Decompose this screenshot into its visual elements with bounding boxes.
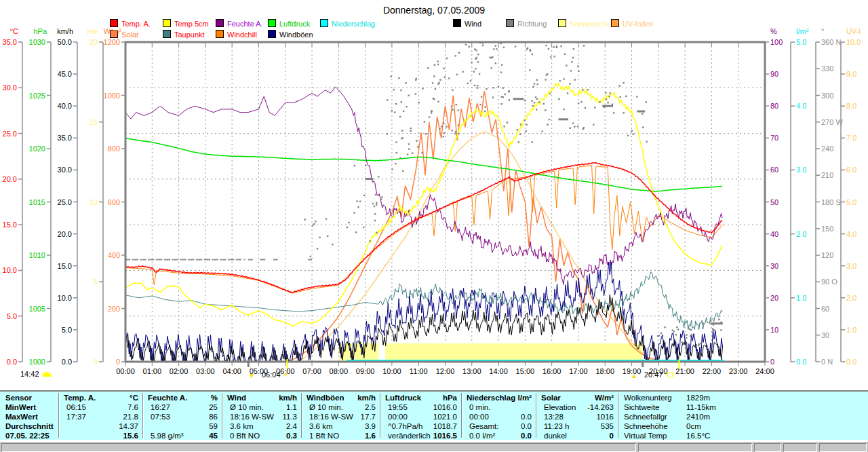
table-cell-label: 17:37 bbox=[66, 413, 86, 421]
statusbar-segment bbox=[783, 443, 817, 452]
table-cell-value: 59 bbox=[209, 422, 218, 431]
table-cell-value: 1.6 bbox=[365, 432, 376, 440]
svg-text:1015: 1015 bbox=[29, 198, 45, 206]
table-cell-label: 3.6 km bbox=[230, 422, 254, 431]
table-cell-label: dunkel bbox=[544, 432, 567, 440]
table-row-label: MaxWert bbox=[5, 413, 38, 421]
svg-text:17:00: 17:00 bbox=[569, 367, 588, 375]
svg-text:04:00: 04:00 bbox=[222, 367, 241, 375]
table-cell-label: veränderlich bbox=[388, 432, 431, 440]
sunset-time: 20:47 bbox=[644, 371, 673, 379]
svg-text:min: min bbox=[87, 27, 99, 35]
svg-text:10.0: 10.0 bbox=[58, 294, 72, 302]
status-bar bbox=[0, 441, 868, 452]
svg-text:09:00: 09:00 bbox=[356, 367, 375, 375]
svg-text:1010: 1010 bbox=[29, 251, 45, 259]
svg-text:11:00: 11:00 bbox=[410, 367, 428, 375]
table-cell-value: 14.37 bbox=[119, 422, 138, 431]
table-col-unit: km/h bbox=[279, 394, 297, 402]
svg-text:°C: °C bbox=[10, 27, 18, 35]
table-cell-value: 0.3 bbox=[286, 432, 297, 440]
svg-text:15: 15 bbox=[90, 118, 98, 126]
svg-text:7.0: 7.0 bbox=[846, 134, 856, 142]
svg-text:1.0: 1.0 bbox=[846, 326, 856, 334]
table-cell-label: 18:16 W-SW bbox=[230, 413, 274, 421]
svg-text:0.0: 0.0 bbox=[62, 358, 72, 366]
extra-info-label: Schneefallgr bbox=[624, 413, 667, 421]
svg-text:01:00: 01:00 bbox=[143, 367, 162, 375]
sun-duration-icon bbox=[42, 372, 52, 377]
table-divider bbox=[461, 393, 462, 438]
svg-text:0.0: 0.0 bbox=[846, 358, 856, 366]
svg-text:W/m²: W/m² bbox=[104, 27, 122, 35]
table-cell-label: 0.0 l/m² bbox=[469, 432, 495, 440]
svg-text:0: 0 bbox=[94, 358, 98, 366]
table-cell-value: 11.3 bbox=[282, 413, 297, 421]
svg-text:35.0: 35.0 bbox=[58, 134, 72, 142]
svg-text:330: 330 bbox=[821, 64, 833, 73]
svg-text:270 W: 270 W bbox=[821, 118, 843, 126]
svg-text:80: 80 bbox=[770, 102, 778, 110]
axis-C: 35.030.025.020.015.010.05.00.0°C bbox=[3, 27, 22, 366]
table-cell-label: 11:23 h bbox=[544, 422, 570, 431]
svg-text:24:00: 24:00 bbox=[755, 367, 774, 375]
table-col-unit: l/m² bbox=[518, 394, 532, 402]
svg-text:25.0: 25.0 bbox=[58, 198, 72, 206]
svg-text:20: 20 bbox=[770, 294, 778, 302]
table-cell-value: 2.4 bbox=[286, 422, 297, 431]
table-cell-value: 1016 bbox=[596, 413, 614, 421]
table-cell-label: 06:15 bbox=[66, 403, 86, 412]
table-cell-label: 19:55 bbox=[388, 403, 408, 412]
svg-text:15.0: 15.0 bbox=[58, 262, 72, 270]
svg-text:4.0: 4.0 bbox=[796, 102, 806, 110]
table-cell-value: 17.7 bbox=[361, 413, 376, 421]
axis-min: 20151050min bbox=[87, 27, 103, 366]
svg-text:200: 200 bbox=[108, 305, 120, 313]
svg-text:240: 240 bbox=[821, 145, 833, 153]
svg-text:00:00: 00:00 bbox=[116, 367, 135, 375]
table-cell-value: 1021.0 bbox=[433, 413, 457, 421]
svg-text:5.0: 5.0 bbox=[62, 326, 72, 334]
table-col-header: Solar bbox=[541, 394, 561, 402]
statusbar-segment bbox=[638, 443, 752, 452]
table-col-header: Luftdruck bbox=[385, 394, 421, 402]
axis-kmh: 50.045.040.035.030.025.020.015.010.05.00… bbox=[57, 27, 77, 366]
extra-info-value: 11-15km bbox=[686, 403, 716, 412]
svg-text:%: % bbox=[770, 27, 777, 35]
series-windchill bbox=[125, 166, 723, 293]
table-row-label: Durchschnitt bbox=[5, 422, 54, 431]
table-cell-value: 1018.7 bbox=[433, 422, 457, 431]
table-divider bbox=[58, 393, 60, 438]
svg-text:30.0: 30.0 bbox=[58, 166, 72, 174]
svg-text:22:00: 22:00 bbox=[703, 367, 722, 375]
statusbar-segment bbox=[819, 443, 867, 452]
svg-text:1200: 1200 bbox=[104, 38, 120, 46]
table-divider bbox=[380, 393, 381, 438]
axis-UVI: 10.09.08.07.06.05.04.03.02.01.00.0UV-I bbox=[841, 27, 861, 366]
svg-text:120: 120 bbox=[821, 251, 833, 259]
svg-text:16:00: 16:00 bbox=[542, 367, 561, 375]
table-cell-label: ^0.7hPa/h bbox=[388, 422, 422, 431]
statusbar-segment bbox=[1, 443, 636, 452]
svg-text:30: 30 bbox=[821, 331, 829, 339]
svg-text:25.0: 25.0 bbox=[3, 130, 17, 138]
table-row-label: MinWert bbox=[5, 403, 36, 412]
stats-table: SensorMinWertMaxWertDurchschnitt07.05. 2… bbox=[0, 392, 868, 440]
svg-text:70: 70 bbox=[770, 134, 778, 142]
svg-text:180 S: 180 S bbox=[821, 198, 841, 206]
svg-text:02:00: 02:00 bbox=[170, 367, 189, 375]
sunshine-blocks bbox=[339, 343, 642, 360]
table-cell-value: 7.6 bbox=[127, 403, 138, 412]
table-row-label: 07.05. 22:25 bbox=[5, 432, 50, 440]
svg-text:km/h: km/h bbox=[57, 27, 73, 35]
svg-text:21:00: 21:00 bbox=[675, 367, 694, 375]
svg-text:5.0: 5.0 bbox=[796, 38, 806, 46]
svg-text:50: 50 bbox=[770, 198, 778, 206]
table-divider bbox=[142, 393, 144, 438]
svg-text:9.0: 9.0 bbox=[846, 70, 856, 78]
svg-text:08:00: 08:00 bbox=[330, 367, 349, 375]
table-cell-label: 16:27 bbox=[151, 403, 170, 412]
dawn-arrow-icon: ▼ bbox=[248, 372, 255, 379]
weather-chart[interactable]: 00:0001:0002:0003:0004:0005:0006:0007:00… bbox=[0, 0, 868, 390]
svg-text:210: 210 bbox=[821, 171, 833, 179]
